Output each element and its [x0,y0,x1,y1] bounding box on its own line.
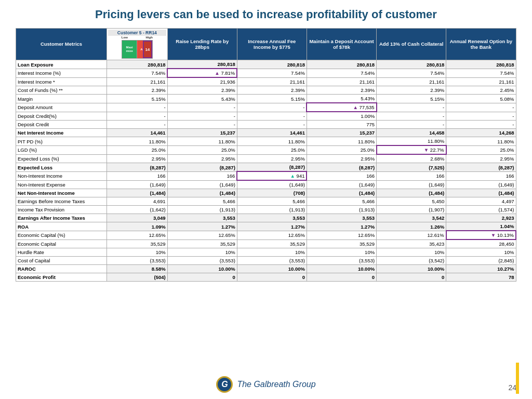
header-col2: Increase Annual Fee Income by $775 [237,29,307,60]
cell-col5: (8,287) [446,163,516,172]
company-name: The Galbreath Group [237,380,315,389]
row-label: ROA [16,222,107,231]
row-label: PIT PD (%) [16,137,107,146]
row-label: Income Tax Provision [16,206,107,214]
cell-baseline: - [107,121,168,129]
cell-col4: 35,423 [377,240,446,248]
table-row: Net Interest Income14,46115,23714,46115,… [16,129,516,137]
cell-baseline: 7.54% [107,69,168,77]
cell-baseline: (3,553) [107,257,168,265]
page-number: 24 [508,383,516,392]
table-row: Hurdle Rate10%10%10%10%10%10% [16,248,516,257]
table-row: Non-Interest Income166166▲ 941166166166 [16,171,516,180]
cell-col4: 2.39% [377,86,446,95]
cell-baseline: (8,287) [107,163,168,172]
page: Pricing levers can be used to increase p… [0,0,532,399]
row-label: LGD (%) [16,145,107,154]
cell-col3: 3,553 [307,214,376,222]
row-label: Loan Exposure [16,60,107,69]
row-label: Cost of Funds (%) ** [16,86,107,95]
cell-col5: - [446,121,516,129]
cell-col4: 0 [377,273,446,282]
cell-col5: 2.95% [446,154,516,163]
cell-baseline: (1,642) [107,206,168,214]
cell-col3: 1.00% [307,112,376,121]
cell-baseline: - [107,112,168,121]
cell-col4: 14,458 [377,129,446,137]
cell-col5: 4,497 [446,197,516,206]
table-row: Deposit Credit(%)---1.00%-- [16,112,516,121]
row-label: Margin [16,95,107,103]
cell-col3: 35,529 [307,240,376,248]
cell-col3: 10.00% [307,265,376,273]
cell-col3: 11.80% [307,137,376,146]
cell-col1: 3,553 [167,214,237,222]
cell-col5: 10% [446,248,516,257]
footer: G The Galbreath Group 24 [16,373,516,394]
row-label: Interest Income * [16,77,107,86]
cell-col1: 10% [167,248,237,257]
table-row: ROA1.09%1.27%1.27%1.27%1.26%1.04% [16,222,516,231]
cell-col2: (1,649) [237,180,307,189]
cell-col4: 21,161 [377,77,446,86]
cell-col4: 5.15% [377,95,446,103]
row-label: Interest Income (%) [16,69,107,77]
cell-col1: 15,237 [167,129,237,137]
cell-col2: 5.15% [237,95,307,103]
cell-col2: 7.54% [237,69,307,77]
cell-col4: 12.61% [377,231,446,240]
cell-col5: 28,450 [446,240,516,248]
cell-col2: 1.27% [237,222,307,231]
cell-col3: 25.0% [307,145,376,154]
cell-col3: 1.27% [307,222,376,231]
cell-col4: 280,818 [377,60,446,69]
cell-col4: 10.00% [377,265,446,273]
cell-baseline: - [107,103,168,112]
rr-gauge: LowHigh Maximize Avoid 14 [108,36,166,59]
cell-col4: 166 [377,171,446,180]
cell-col3: 5.43% [307,95,376,103]
row-label: Earnings After Income Taxes [16,214,107,222]
cell-col2: (708) [237,189,307,197]
cell-col5: 280,818 [446,60,516,69]
cell-col1: (3,553) [167,257,237,265]
cell-baseline: 10% [107,248,168,257]
cell-col3: (1,649) [307,180,376,189]
cell-col4: ▼ 22.7% [377,145,446,154]
cell-baseline: 25.0% [107,145,168,154]
row-label: Hurdle Rate [16,248,107,257]
cell-col5: 2.45% [446,86,516,95]
cell-col2: - [237,121,307,129]
cell-col3: 7.54% [307,69,376,77]
customer-label: Customer 5 - RR14 [108,30,166,36]
cell-col5: 7.54% [446,69,516,77]
cell-col3: (1,913) [307,206,376,214]
row-label: Economic Capital [16,240,107,248]
cell-col1: (8,287) [167,163,237,172]
table-row: Cost of Funds (%) **2.39%2.39%2.39%2.39%… [16,86,516,95]
cell-baseline: 12.65% [107,231,168,240]
page-title: Pricing levers can be used to increase p… [16,5,516,24]
row-label: Net Non-Interest Income [16,189,107,197]
cell-col2: 280,818 [237,60,307,69]
cell-col1: 2.39% [167,86,237,95]
cell-col5: 2,923 [446,214,516,222]
cell-col5: 11.80% [446,137,516,146]
table-row: LGD (%)25.0%25.0%25.0%25.0%▼ 22.7%25.0% [16,145,516,154]
table-row: Margin5.15%5.43%5.15%5.43%5.15%5.08% [16,95,516,103]
cell-baseline: 3,049 [107,214,168,222]
cell-col4: 3,542 [377,214,446,222]
cell-col2: - [237,112,307,121]
table-row: Net Non-Interest Income(1,484)(1,484)(70… [16,189,516,197]
cell-baseline: 21,161 [107,77,168,86]
cell-col5: 14,268 [446,129,516,137]
logo-icon: G [216,376,233,393]
cell-col2: 11.80% [237,137,307,146]
row-label: Deposit Credit(%) [16,112,107,121]
row-label: Economic Capital (%) [16,231,107,240]
cell-baseline: (504) [107,273,168,282]
cell-col5: (2,845) [446,257,516,265]
table-row: Expected Loss (%)2.95%2.95%2.95%2.95%2.6… [16,154,516,163]
cell-col5: 10.27% [446,265,516,273]
cell-col5: (1,574) [446,206,516,214]
